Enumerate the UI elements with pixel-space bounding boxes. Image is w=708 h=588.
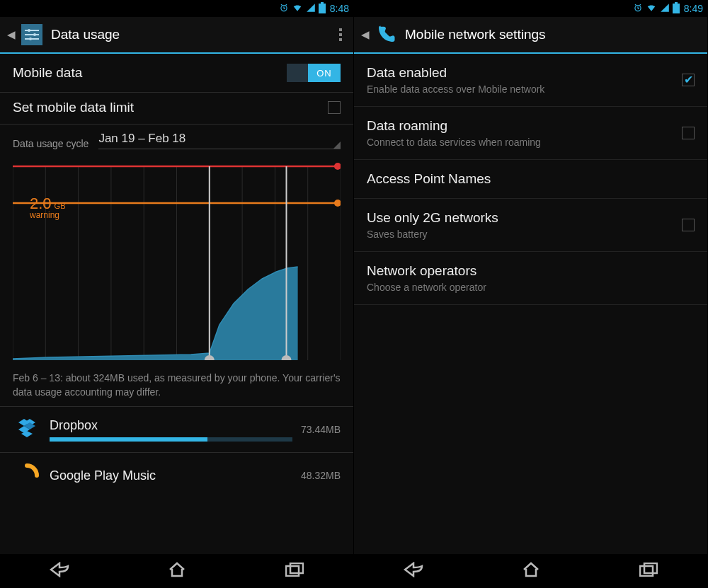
svg-rect-35 [286,566,299,576]
setting-title: Data roaming [367,118,673,134]
mobile-data-label: Mobile data [13,65,82,81]
usage-chart[interactable]: 2.0GB warning [0,154,353,364]
dropbox-icon [13,415,41,444]
setting-sub: Saves battery [367,229,673,240]
setting-title: Use only 2G networks [367,210,673,226]
status-bar: 8:49 [354,0,707,17]
toggle-state: ON [308,64,341,82]
usage-summary: Feb 6 – 13: about 324MB used, as measure… [0,364,353,406]
warning-sub: warning [30,210,59,220]
action-bar-title: Mobile network settings [405,27,700,42]
mobile-data-row: Mobile data ON [0,54,353,93]
signal-icon [306,3,316,15]
svg-point-7 [33,33,36,36]
back-caret-icon[interactable]: ◀ [361,28,370,41]
signal-icon [660,3,670,15]
svg-point-25 [334,200,341,207]
cycle-label: Data usage cycle [13,138,88,149]
set-limit-label: Set mobile data limit [13,100,134,115]
svg-rect-40 [640,566,653,576]
battery-icon [319,2,326,16]
alarm-icon [279,3,289,15]
status-time: 8:49 [684,3,703,14]
svg-point-5 [28,29,30,32]
setting-network-operators[interactable]: Network operators Choose a network opera… [354,252,707,305]
app-name: Dropbox [50,418,292,433]
status-bar: 8:48 [0,0,353,17]
setting-2g-only[interactable]: Use only 2G networks Saves battery [354,199,707,252]
nav-bar [0,554,353,588]
setting-sub: Choose a network operator [367,282,695,293]
status-time: 8:48 [330,3,349,14]
data-usage-content: Mobile data ON Set mobile data limit Dat… [0,54,353,554]
svg-rect-36 [290,563,303,573]
nav-recent-icon[interactable] [285,563,304,580]
checkbox[interactable] [682,127,695,139]
svg-rect-1 [319,4,326,13]
svg-rect-38 [673,4,680,13]
play-music-icon [13,461,41,490]
setting-title: Access Point Names [367,171,695,187]
set-limit-row[interactable]: Set mobile data limit [0,93,353,125]
phone-network-settings: 8:49 ◀ Mobile network settings Data enab… [354,0,708,588]
set-limit-checkbox[interactable] [328,101,341,114]
nav-back-icon[interactable] [404,562,423,580]
nav-home-icon[interactable] [523,562,539,580]
svg-rect-39 [675,2,678,4]
svg-point-23 [334,163,341,170]
app-name: Google Play Music [50,468,292,483]
action-bar: ◀ Mobile network settings [354,17,707,54]
network-settings-content: Data enabled Enable data access over Mob… [354,54,707,554]
setting-data-roaming[interactable]: Data roaming Connect to data services wh… [354,107,707,160]
app-usage-bar [50,437,207,442]
svg-point-9 [29,38,32,40]
nav-bar [354,554,707,588]
alarm-icon [633,3,643,15]
phone-data-usage: 8:48 ◀ Data usage Mobile data ON Set mob… [0,0,354,588]
cycle-row: Data usage cycle Jan 19 – Feb 18 [0,125,353,154]
mobile-data-toggle[interactable]: ON [287,64,341,82]
svg-rect-2 [321,2,324,4]
nav-recent-icon[interactable] [639,563,658,580]
phone-icon[interactable] [374,23,398,47]
app-row-play-music[interactable]: Google Play Music 48.32MB [0,452,353,498]
setting-sub: Connect to data services when roaming [367,137,673,148]
setting-data-enabled[interactable]: Data enabled Enable data access over Mob… [354,54,707,107]
back-caret-icon[interactable]: ◀ [7,28,16,41]
setting-sub: Enable data access over Mobile network [367,83,673,95]
overflow-menu-icon[interactable] [335,24,346,45]
action-bar-title: Data usage [51,27,335,42]
nav-back-icon[interactable] [50,562,69,580]
checkbox[interactable] [682,74,695,86]
wifi-icon [646,3,657,15]
app-row-dropbox[interactable]: Dropbox 73.44MB [0,406,353,452]
setting-title: Data enabled [367,65,673,81]
svg-rect-41 [644,563,657,573]
wifi-icon [292,3,303,15]
app-size: 48.32MB [301,470,341,481]
action-bar: ◀ Data usage [0,17,353,54]
app-size: 73.44MB [301,424,341,435]
setting-title: Network operators [367,263,695,279]
settings-icon[interactable] [20,23,44,47]
battery-icon [673,2,680,16]
cycle-spinner[interactable]: Jan 19 – Feb 18 [98,132,341,149]
checkbox[interactable] [682,219,695,231]
setting-apn[interactable]: Access Point Names [354,160,707,199]
nav-home-icon[interactable] [169,562,185,580]
